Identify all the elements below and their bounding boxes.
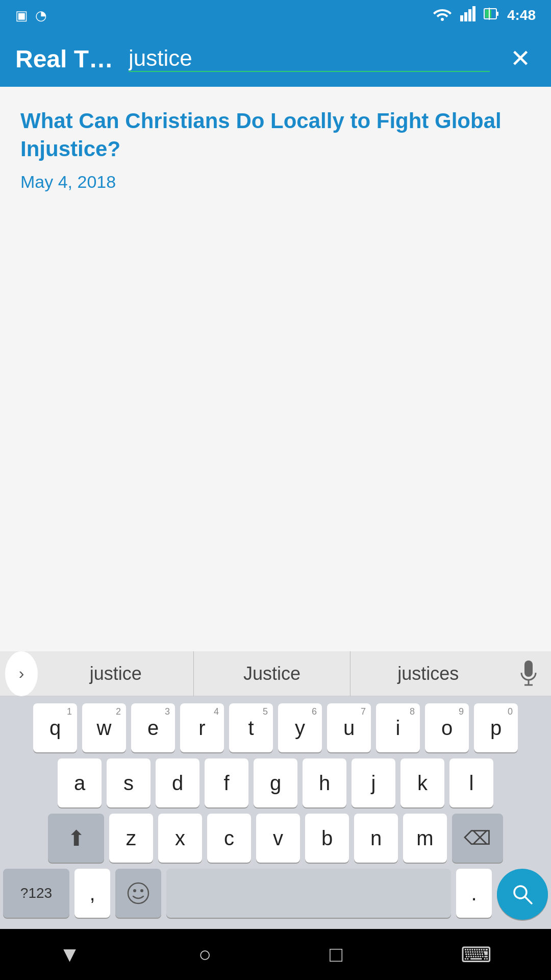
svg-rect-6 bbox=[496, 12, 498, 16]
key-n[interactable]: n bbox=[354, 814, 398, 863]
svg-point-13 bbox=[133, 889, 136, 892]
search-input[interactable] bbox=[129, 45, 490, 71]
key-y[interactable]: 6y bbox=[278, 703, 322, 752]
home-button[interactable]: ○ bbox=[198, 942, 211, 967]
comma-key[interactable]: , bbox=[74, 869, 110, 918]
key-m[interactable]: m bbox=[403, 814, 447, 863]
svg-line-16 bbox=[525, 897, 532, 903]
key-l[interactable]: l bbox=[449, 758, 493, 807]
svg-rect-4 bbox=[472, 6, 475, 21]
svg-rect-1 bbox=[460, 15, 463, 21]
shift-key[interactable]: ⬆ bbox=[48, 814, 104, 863]
key-w[interactable]: 2w bbox=[82, 703, 126, 752]
svg-point-12 bbox=[128, 883, 148, 903]
expand-suggestions-button[interactable]: › bbox=[5, 651, 38, 696]
key-r[interactable]: 4r bbox=[180, 703, 224, 752]
keyboard-button[interactable]: ⌨ bbox=[461, 942, 492, 967]
status-bar: ▣ ◔ 4:48 bbox=[0, 0, 551, 31]
svg-point-14 bbox=[140, 889, 143, 892]
key-o[interactable]: 9o bbox=[425, 703, 469, 752]
svg-rect-9 bbox=[524, 660, 533, 677]
key-x[interactable]: x bbox=[158, 814, 202, 863]
status-bar-right: 4:48 bbox=[433, 6, 536, 25]
svg-rect-2 bbox=[464, 12, 467, 21]
search-key[interactable] bbox=[497, 869, 548, 920]
bottom-nav: ▼ ○ □ ⌨ bbox=[0, 929, 551, 980]
key-a[interactable]: a bbox=[58, 758, 102, 807]
key-j[interactable]: j bbox=[352, 758, 395, 807]
key-q[interactable]: 1q bbox=[33, 703, 77, 752]
key-h[interactable]: h bbox=[303, 758, 346, 807]
keyboard-row-2: a s d f g h j k l bbox=[3, 758, 548, 807]
wifi-icon bbox=[433, 6, 452, 25]
key-b[interactable]: b bbox=[305, 814, 349, 863]
key-k[interactable]: k bbox=[400, 758, 444, 807]
svg-rect-7 bbox=[485, 10, 491, 18]
key-s[interactable]: s bbox=[107, 758, 151, 807]
sd-card-icon: ▣ bbox=[15, 8, 28, 23]
key-f[interactable]: f bbox=[205, 758, 248, 807]
backspace-key[interactable]: ⌫ bbox=[452, 814, 503, 863]
key-g[interactable]: g bbox=[254, 758, 297, 807]
suggestion-item-2[interactable]: justices bbox=[350, 651, 506, 696]
keyboard-row-4: ?123 , . bbox=[3, 869, 548, 920]
keyboard-row-1: 1q 2w 3e 4r 5t 6y 7u 8i 9o 0p bbox=[3, 703, 548, 752]
numbers-key[interactable]: ?123 bbox=[3, 869, 69, 918]
key-v[interactable]: v bbox=[256, 814, 300, 863]
article-date: May 4, 2018 bbox=[20, 172, 531, 192]
key-i[interactable]: 8i bbox=[376, 703, 420, 752]
space-key[interactable] bbox=[166, 869, 451, 918]
svg-rect-3 bbox=[468, 9, 471, 21]
recent-button[interactable]: □ bbox=[330, 942, 342, 967]
key-c[interactable]: c bbox=[207, 814, 251, 863]
article-title[interactable]: What Can Christians Do Locally to Fight … bbox=[20, 107, 531, 163]
close-button[interactable]: ✕ bbox=[505, 41, 536, 76]
content-area: What Can Christians Do Locally to Fight … bbox=[0, 87, 551, 651]
keyboard-row-3: ⬆ z x c v b n m ⌫ bbox=[3, 814, 548, 863]
sync-icon: ◔ bbox=[35, 8, 47, 23]
mic-button[interactable] bbox=[506, 651, 551, 696]
svg-point-0 bbox=[441, 18, 444, 21]
article-item[interactable]: What Can Christians Do Locally to Fight … bbox=[20, 107, 531, 192]
key-p[interactable]: 0p bbox=[474, 703, 518, 752]
battery-icon bbox=[484, 7, 499, 24]
keyboard-suggestions: › justice Justice justices bbox=[0, 651, 551, 696]
suggestions-list: justice Justice justices bbox=[38, 651, 506, 696]
emoji-key[interactable] bbox=[115, 869, 161, 918]
suggestion-item-1[interactable]: Justice bbox=[194, 651, 350, 696]
time-display: 4:48 bbox=[507, 7, 536, 23]
key-d[interactable]: d bbox=[156, 758, 199, 807]
search-input-wrapper[interactable] bbox=[129, 45, 490, 72]
key-e[interactable]: 3e bbox=[131, 703, 175, 752]
back-button[interactable]: ▼ bbox=[59, 942, 81, 967]
app-title: Real T… bbox=[15, 45, 113, 73]
status-bar-left: ▣ ◔ bbox=[15, 8, 47, 23]
period-key[interactable]: . bbox=[456, 869, 492, 918]
signal-icon bbox=[460, 6, 475, 25]
key-u[interactable]: 7u bbox=[327, 703, 371, 752]
search-header: Real T… ✕ bbox=[0, 31, 551, 87]
key-t[interactable]: 5t bbox=[229, 703, 273, 752]
suggestion-item-0[interactable]: justice bbox=[38, 651, 194, 696]
keyboard: 1q 2w 3e 4r 5t 6y 7u 8i 9o 0p a s d f g … bbox=[0, 696, 551, 929]
key-z[interactable]: z bbox=[109, 814, 153, 863]
